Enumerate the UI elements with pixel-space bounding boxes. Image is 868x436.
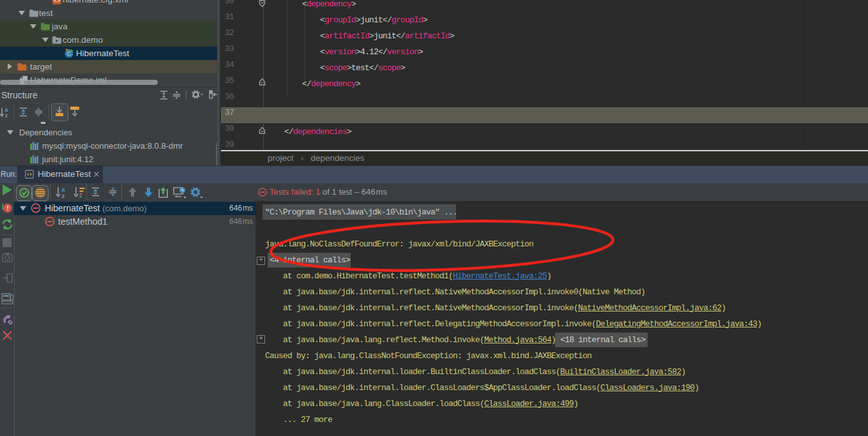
svg-text:!: ! xyxy=(6,204,9,212)
svg-text:a: a xyxy=(61,186,65,193)
svg-text:z: z xyxy=(5,112,8,118)
svg-text:z: z xyxy=(62,193,65,199)
svg-text:<>: <> xyxy=(54,0,61,4)
